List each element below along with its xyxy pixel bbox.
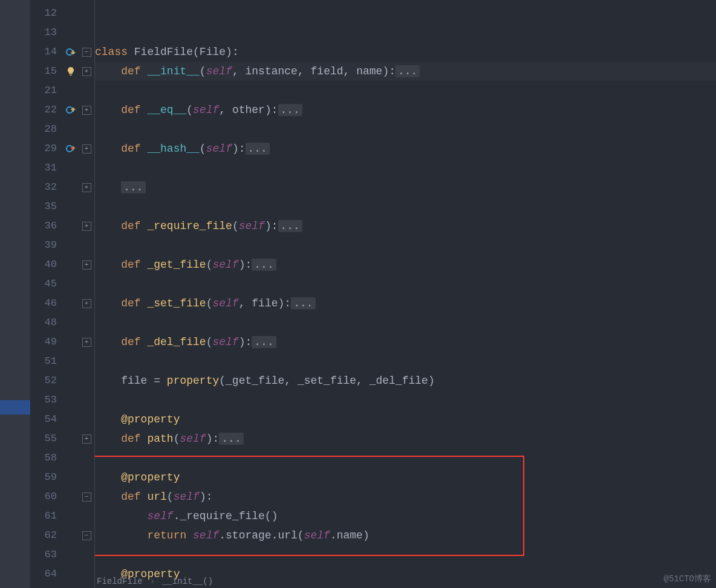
line-number[interactable]: 12 — [30, 4, 63, 23]
fold-expand-icon[interactable]: + — [82, 183, 91, 192]
folded-ellipsis[interactable]: ... — [121, 181, 145, 193]
sidebar-selection — [0, 400, 30, 415]
method-init: __init__ — [147, 65, 199, 77]
line-number-gutter: 12 13 14 15 21 22 28 29 31 32 35 36 39 4… — [30, 0, 63, 588]
line-number[interactable]: 52 — [30, 371, 63, 390]
fold-expand-icon[interactable]: + — [82, 299, 91, 308]
line-number[interactable]: 64 — [30, 564, 63, 584]
line-number[interactable]: 62 — [30, 526, 63, 545]
method-del-file: _del_file — [147, 336, 206, 348]
keyword-class: class — [95, 46, 128, 58]
fold-expand-icon[interactable]: + — [82, 106, 91, 115]
line-number[interactable]: 48 — [30, 313, 63, 332]
line-number[interactable]: 63 — [30, 545, 63, 564]
file-assign: file = — [121, 375, 167, 387]
line-number[interactable]: 32 — [30, 178, 63, 197]
line-number[interactable]: 21 — [30, 81, 63, 100]
fold-expand-icon[interactable]: + — [82, 144, 91, 153]
folded-ellipsis[interactable]: ... — [252, 259, 276, 271]
folded-ellipsis[interactable]: ... — [252, 336, 276, 348]
method-url: url — [147, 491, 166, 503]
breadcrumb-class[interactable]: FieldFile — [97, 577, 143, 586]
line-number[interactable]: 45 — [30, 274, 63, 294]
line-number[interactable]: 60 — [30, 487, 63, 506]
class-name: FieldFile — [128, 46, 193, 58]
gutter-icons — [63, 0, 79, 588]
current-line[interactable]: def __init__(self, instance, field, name… — [95, 62, 716, 81]
line-number[interactable]: 35 — [30, 197, 63, 216]
tool-sidebar — [0, 0, 30, 588]
line-number[interactable]: 15 — [30, 62, 63, 81]
fold-collapse-icon[interactable]: − — [82, 48, 91, 57]
line-number[interactable]: 61 — [30, 506, 63, 526]
line-number[interactable]: 58 — [30, 448, 63, 468]
line-number[interactable]: 46 — [30, 294, 63, 313]
method-require-file: _require_file — [147, 220, 232, 232]
line-number[interactable]: 36 — [30, 216, 63, 236]
keyword-return: return — [147, 529, 186, 541]
override-up-icon[interactable] — [63, 139, 79, 158]
folded-ellipsis[interactable]: ... — [278, 104, 302, 116]
line-number[interactable]: 14 — [30, 42, 63, 62]
svg-rect-1 — [70, 74, 72, 76]
fold-collapse-icon[interactable]: − — [82, 493, 91, 502]
line-number[interactable]: 51 — [30, 352, 63, 371]
fold-expand-icon[interactable]: + — [82, 222, 91, 231]
folded-ellipsis[interactable]: ... — [219, 433, 243, 445]
editor-root: 12 13 14 15 21 22 28 29 31 32 35 36 39 4… — [0, 0, 716, 588]
fold-expand-icon[interactable]: + — [82, 260, 91, 270]
override-down-icon[interactable] — [63, 42, 79, 62]
base-class: File — [200, 46, 226, 58]
folded-ellipsis[interactable]: ... — [278, 220, 302, 232]
breadcrumb-separator-icon: › — [150, 577, 155, 586]
line-number[interactable]: 55 — [30, 429, 63, 448]
decorator-property: @property — [121, 413, 180, 425]
fold-collapse-icon[interactable]: − — [82, 531, 91, 540]
intention-bulb-icon[interactable] — [63, 62, 79, 81]
decorator-property: @property — [121, 471, 180, 483]
method-eq: __eq__ — [147, 104, 186, 116]
folded-ellipsis[interactable]: ... — [395, 65, 420, 77]
line-number[interactable]: 22 — [30, 100, 63, 120]
code-area[interactable]: class FieldFile(File): def __init__(self… — [95, 0, 716, 588]
line-number[interactable]: 53 — [30, 390, 63, 410]
line-number[interactable]: 54 — [30, 410, 63, 429]
line-number[interactable]: 49 — [30, 332, 63, 352]
method-get-file: _get_file — [147, 259, 206, 271]
method-path: path — [147, 433, 173, 445]
line-number[interactable]: 40 — [30, 255, 63, 274]
fold-expand-icon[interactable]: + — [82, 338, 91, 347]
line-number[interactable]: 59 — [30, 468, 63, 487]
method-hash: __hash__ — [147, 143, 199, 155]
property-builtin: property — [167, 375, 219, 387]
line-number[interactable]: 39 — [30, 236, 63, 255]
line-number[interactable]: 13 — [30, 23, 63, 42]
fold-expand-icon[interactable]: + — [82, 67, 91, 76]
line-number[interactable]: 31 — [30, 158, 63, 178]
fold-gutter: − + + + + + + + + + − − — [79, 0, 95, 588]
line-number[interactable]: 29 — [30, 139, 63, 158]
fold-expand-icon[interactable]: + — [82, 435, 91, 444]
method-set-file: _set_file — [147, 297, 206, 309]
breadcrumb-method[interactable]: __init__() — [162, 577, 213, 586]
folded-ellipsis[interactable]: ... — [291, 297, 315, 309]
breadcrumb: FieldFile › __init__() — [97, 575, 213, 588]
folded-ellipsis[interactable]: ... — [246, 143, 270, 155]
line-number[interactable]: 28 — [30, 120, 63, 139]
override-up-icon[interactable] — [63, 100, 79, 120]
